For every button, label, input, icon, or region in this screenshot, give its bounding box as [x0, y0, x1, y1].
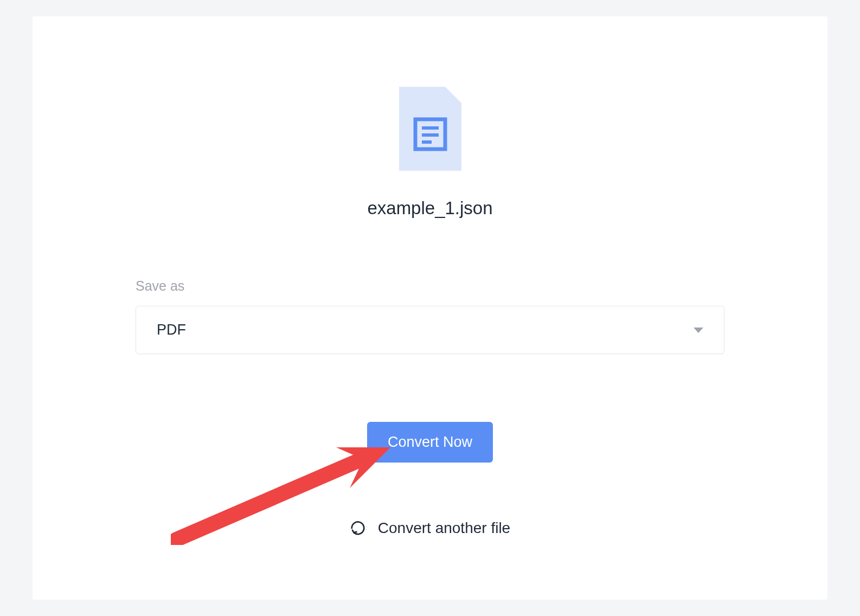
format-select-value: PDF	[157, 322, 186, 338]
converter-card: example_1.json Save as PDF Convert Now C…	[33, 16, 827, 600]
format-select-wrapper: PDF	[136, 306, 724, 354]
save-as-label: Save as	[136, 278, 184, 294]
format-select[interactable]: PDF	[136, 306, 724, 354]
refresh-icon	[350, 520, 366, 536]
file-icon-wrapper	[399, 87, 461, 171]
filename: example_1.json	[367, 198, 492, 219]
file-icon	[399, 87, 461, 171]
convert-another-link[interactable]: Convert another file	[350, 519, 510, 537]
chevron-down-icon	[694, 328, 703, 333]
convert-now-button[interactable]: Convert Now	[367, 422, 493, 463]
convert-another-label: Convert another file	[378, 519, 510, 537]
